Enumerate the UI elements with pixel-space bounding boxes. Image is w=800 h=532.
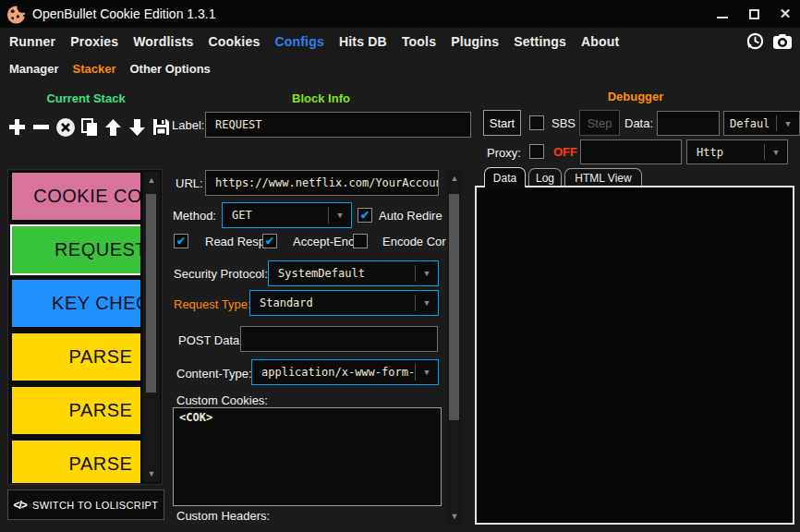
stack-block-parse-2[interactable]: PARSE <box>10 385 140 436</box>
stack-block-request[interactable]: REQUEST <box>10 224 140 275</box>
menu-tools[interactable]: Tools <box>402 34 436 49</box>
menu-plugins[interactable]: Plugins <box>451 34 499 49</box>
minimize-button[interactable] <box>715 6 730 21</box>
maximize-icon <box>749 9 759 19</box>
scroll-up-icon[interactable]: ▲ <box>446 172 463 185</box>
chevron-down-icon: ▼ <box>765 148 787 157</box>
sbs-label: SBS <box>552 116 576 130</box>
configs-submenu: Manager Stacker Other Options <box>0 55 800 81</box>
scroll-down-icon[interactable]: ▼ <box>143 467 160 480</box>
minimize-icon <box>717 17 728 18</box>
main-menu: Runner Proxies Wordlists Cookies Configs… <box>0 28 800 55</box>
submenu-other-options[interactable]: Other Options <box>129 62 210 76</box>
sbs-checkbox[interactable] <box>529 115 544 130</box>
remove-block-icon[interactable] <box>30 116 52 138</box>
read-response-label: Read Resp. <box>205 235 269 248</box>
post-data-caption: POST Data: <box>178 333 243 347</box>
scroll-down-icon[interactable]: ▼ <box>446 510 463 523</box>
menu-configs[interactable]: Configs <box>274 34 324 49</box>
request-type-dropdown[interactable]: Standard▼ <box>249 290 439 316</box>
tab-data[interactable]: Data <box>484 167 526 187</box>
wordlist-type-dropdown[interactable]: Defaul▼ <box>723 111 800 136</box>
close-button[interactable]: ✕ <box>778 6 793 21</box>
screenshot-camera-icon[interactable] <box>771 30 793 52</box>
encode-content-checkbox[interactable] <box>353 234 368 248</box>
menu-runner[interactable]: Runner <box>9 34 55 49</box>
add-block-icon[interactable] <box>6 116 28 138</box>
debugger-data-view[interactable] <box>475 186 794 525</box>
read-response-checkbox[interactable]: ✔ <box>174 234 188 248</box>
accept-encoding-checkbox[interactable]: ✔ <box>262 234 277 248</box>
submenu-stacker[interactable]: Stacker <box>72 62 115 76</box>
chevron-down-icon: ▼ <box>416 368 438 377</box>
block-info-title: Block Info <box>171 91 471 105</box>
stack-toolbar <box>6 116 172 138</box>
menu-about[interactable]: About <box>581 34 619 49</box>
code-icon: </> <box>14 499 27 512</box>
step-button[interactable]: Step <box>579 110 620 136</box>
chevron-down-icon: ▼ <box>416 269 438 278</box>
block-info-scrollbar[interactable]: ▲ ▼ <box>446 170 463 525</box>
accept-encoding-label: Accept-Enc <box>293 235 354 248</box>
stack-block-list: COOKIE CONT REQUEST KEY CHEC PARSE PARSE… <box>7 169 163 485</box>
scroll-thumb[interactable] <box>449 194 459 420</box>
cookie-app-icon <box>6 4 27 25</box>
disable-block-icon[interactable] <box>55 116 76 138</box>
encode-content-label: Encode Cor <box>382 235 446 248</box>
request-type-caption: Request Type: <box>174 297 251 311</box>
menu-hitsdb[interactable]: Hits DB <box>339 34 387 49</box>
maximize-button[interactable] <box>746 6 761 21</box>
stack-block-parse-3[interactable]: PARSE <box>10 439 140 483</box>
stack-block-keycheck[interactable]: KEY CHEC <box>10 278 140 329</box>
chevron-down-icon: ▼ <box>329 211 351 220</box>
chevron-down-icon: ▼ <box>416 298 438 308</box>
security-protocol-dropdown[interactable]: SystemDefault▼ <box>268 260 439 286</box>
debug-data-caption: Data: <box>624 116 653 130</box>
stack-block-cookie[interactable]: COOKIE CONT <box>10 171 140 222</box>
submenu-manager[interactable]: Manager <box>9 62 58 76</box>
menu-cookies[interactable]: Cookies <box>209 34 261 49</box>
menu-settings[interactable]: Settings <box>514 34 566 49</box>
url-caption: URL: <box>176 176 203 190</box>
security-protocol-caption: Security Protocol: <box>174 267 268 281</box>
close-icon: ✕ <box>780 6 792 22</box>
move-up-icon[interactable] <box>103 116 124 138</box>
clone-block-icon[interactable] <box>79 116 100 138</box>
scroll-up-icon[interactable]: ▲ <box>143 174 160 187</box>
switch-to-loliscript-button[interactable]: </> SWITCH TO LOLISCRIPT <box>7 490 164 520</box>
method-dropdown[interactable]: GET▼ <box>222 202 352 228</box>
proxy-type-dropdown[interactable]: Http▼ <box>686 139 788 164</box>
tab-log[interactable]: Log <box>528 168 562 187</box>
save-stack-icon[interactable] <box>151 116 172 138</box>
label-input[interactable]: REQUEST <box>205 112 471 138</box>
url-input[interactable]: https://www.netflix.com/YourAccount <box>205 170 439 196</box>
label-caption: Label: <box>172 118 204 132</box>
debug-data-input[interactable] <box>657 111 720 136</box>
auto-redirect-checkbox[interactable]: ✔ <box>358 208 372 223</box>
stack-list-scrollbar[interactable]: ▲ ▼ <box>143 172 160 482</box>
chevron-down-icon: ▼ <box>777 119 799 128</box>
menu-proxies[interactable]: Proxies <box>70 34 118 49</box>
move-down-icon[interactable] <box>127 116 148 138</box>
custom-cookies-caption: Custom Cookies: <box>176 393 268 407</box>
custom-cookies-textarea[interactable]: <COK> <box>173 407 442 506</box>
proxy-status-badge: OFF <box>553 145 577 159</box>
content-type-caption: Content-Type: <box>176 367 252 381</box>
window-title: OpenBullet Cookie Edition 1.3.1 <box>32 6 215 21</box>
method-caption: Method: <box>173 209 216 223</box>
stack-block-parse-1[interactable]: PARSE <box>10 332 140 382</box>
debugger-title: Debugger <box>475 90 796 103</box>
auto-redirect-label: Auto Redire <box>379 209 442 223</box>
update-history-icon[interactable] <box>745 30 766 52</box>
scroll-thumb[interactable] <box>146 194 156 393</box>
current-stack-title: Current Stack <box>0 91 172 105</box>
custom-headers-caption: Custom Headers: <box>176 509 270 523</box>
proxy-input[interactable] <box>580 139 682 164</box>
proxy-checkbox[interactable] <box>529 144 544 159</box>
tab-html-view[interactable]: HTML View <box>564 168 642 187</box>
menu-wordlists[interactable]: Wordlists <box>133 34 193 49</box>
content-type-dropdown[interactable]: application/x-www-form-u▼ <box>251 359 439 385</box>
proxy-caption: Proxy: <box>487 146 521 160</box>
post-data-input[interactable] <box>240 326 438 352</box>
start-button[interactable]: Start <box>483 110 521 136</box>
